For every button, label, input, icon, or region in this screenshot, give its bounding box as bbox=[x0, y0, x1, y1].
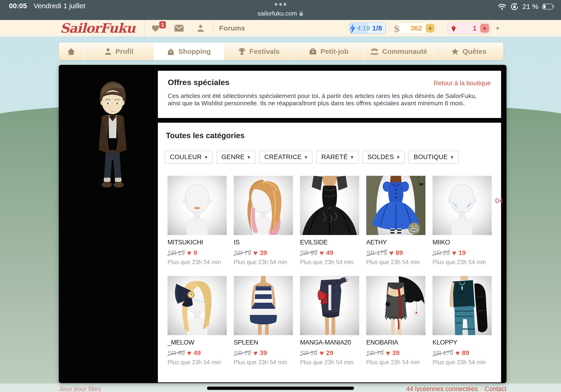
trophy-icon bbox=[238, 47, 246, 56]
item-thumbnail bbox=[432, 276, 492, 335]
tab-overview-dots-icon[interactable] bbox=[275, 3, 286, 6]
footer-left-link[interactable]: Jeux pour filles bbox=[59, 385, 101, 392]
item-name: IS bbox=[234, 239, 293, 246]
blue-alice-dress-art bbox=[366, 176, 425, 235]
notification-badge: 1 bbox=[159, 21, 166, 28]
nav-tab-quetes[interactable]: Quêtes bbox=[433, 43, 503, 60]
main-panel: Offres spéciales Retour à la boutique Ce… bbox=[59, 65, 507, 383]
gem-icon bbox=[449, 25, 458, 33]
connected-count-link[interactable]: 44 lycéennes connectées bbox=[406, 385, 478, 392]
site-header: SailorFuku 1 Forums 4:19 1/8 $ 362 + bbox=[0, 20, 561, 36]
filter-button-genre[interactable]: GENRE bbox=[216, 151, 256, 163]
forums-link[interactable]: Forums bbox=[216, 20, 248, 36]
ssl-lock-icon bbox=[299, 11, 303, 16]
nav-tab-communaute[interactable]: Communauté bbox=[363, 43, 433, 60]
item-thumbnail bbox=[300, 276, 359, 335]
home-indicator[interactable] bbox=[207, 387, 354, 390]
filter-button-boutique[interactable]: BOUTIQUE bbox=[409, 151, 459, 163]
item-thumbnail bbox=[234, 276, 293, 335]
filter-bar: COULEUR GENRE CRÉATRICE RARETÉ SOLDES BO… bbox=[165, 151, 459, 163]
coins-pill[interactable]: $ 362 + bbox=[395, 22, 436, 34]
item-card[interactable]: KLOPPY SR 179 89 Plus que 23h 54 min bbox=[432, 276, 492, 366]
teal-outfit-guitar-case-art bbox=[432, 276, 492, 335]
main-nav: Profil Shopping Festivals Petit-job bbox=[59, 43, 503, 60]
star-icon bbox=[451, 47, 459, 55]
filter-button-couleur[interactable]: COULEUR bbox=[165, 151, 213, 163]
contact-link[interactable]: Contact bbox=[485, 385, 507, 392]
item-name: AETHY bbox=[366, 239, 425, 246]
url-bar[interactable]: sailorfuku.com bbox=[258, 10, 303, 17]
heart-icon bbox=[320, 349, 324, 357]
offers-description: Ces articles ont été sélectionnés spécia… bbox=[168, 92, 491, 107]
blonde-hair-bow-art bbox=[168, 276, 227, 335]
app-logo[interactable]: SailorFuku bbox=[60, 21, 135, 36]
nav-tab-festivals[interactable]: Festivals bbox=[224, 43, 294, 60]
nav-tab-shopping[interactable]: Shopping bbox=[154, 43, 224, 60]
filter-label: CRÉATRICE bbox=[264, 153, 302, 161]
item-card[interactable]: EVILSIDE SR 99 49 Plus que 23h 54 min bbox=[300, 176, 359, 266]
item-card[interactable]: SPLEEN SR 79 39 Plus que 23h 54 min bbox=[234, 276, 293, 366]
item-old-price: SR 89 bbox=[168, 349, 185, 357]
filter-button-rarete[interactable]: RARETÉ bbox=[316, 151, 359, 163]
add-coins-button[interactable]: + bbox=[426, 24, 435, 33]
url-text: sailorfuku.com bbox=[258, 10, 297, 17]
add-gems-button[interactable]: + bbox=[480, 24, 489, 33]
item-thumbnail bbox=[168, 176, 227, 235]
account-caret-icon[interactable] bbox=[496, 20, 499, 36]
item-old-price: SR 29 bbox=[432, 249, 450, 257]
nav-tab-label: Petit-job bbox=[320, 47, 349, 55]
item-card[interactable]: IS SR 79 39 Plus que 23h 54 min bbox=[234, 176, 293, 266]
item-card[interactable]: MANGA-MANIA20 SR 59 29 Plus que 23h 54 m… bbox=[300, 276, 359, 366]
people-icon bbox=[370, 47, 379, 55]
item-name: _MELOW bbox=[168, 339, 227, 346]
item-name: MITSUKICHI bbox=[168, 239, 227, 246]
nav-tab-label: Communauté bbox=[382, 47, 427, 55]
filter-label: RARETÉ bbox=[321, 153, 348, 161]
back-to-shop-link[interactable]: Retour à la boutique bbox=[434, 80, 491, 87]
messages-button[interactable] bbox=[173, 20, 185, 36]
item-card[interactable]: MITSUKICHI SR 19 9 Plus que 23h 54 min bbox=[168, 176, 227, 266]
footer-right-links: 44 lycéennes connectées · Contact bbox=[406, 385, 507, 392]
filter-button-creatrice[interactable]: CRÉATRICE bbox=[259, 151, 313, 163]
energy-pill[interactable]: 4:19 1/8 bbox=[349, 22, 386, 34]
nav-tab-home[interactable] bbox=[59, 43, 84, 60]
gems-pill[interactable]: 1 + bbox=[448, 22, 491, 34]
item-old-price: SR 19 bbox=[168, 249, 185, 257]
item-card[interactable]: ENOBARIA SR 79 39 Plus que 23h 54 min bbox=[366, 276, 425, 366]
heart-icon bbox=[320, 249, 324, 257]
heart-icon bbox=[389, 249, 393, 257]
energy-bolt-icon bbox=[349, 23, 356, 34]
heart-icon bbox=[452, 249, 456, 257]
navy-striped-dress-art bbox=[234, 276, 293, 335]
nav-tab-profil[interactable]: Profil bbox=[84, 43, 154, 60]
heart-icon bbox=[187, 349, 191, 357]
profile-button[interactable] bbox=[195, 20, 206, 36]
person-icon bbox=[104, 47, 112, 55]
item-countdown: Plus que 23h 54 min bbox=[234, 359, 293, 366]
item-name: MANGA-MANIA20 bbox=[300, 339, 359, 346]
nav-tab-petit-job[interactable]: Petit-job bbox=[293, 43, 363, 60]
envelope-icon bbox=[174, 24, 184, 32]
item-card[interactable]: MIIKO SR 29 19 Plus que 23h 54 min bbox=[432, 176, 492, 266]
item-thumbnail bbox=[366, 276, 425, 335]
item-name: SPLEEN bbox=[234, 339, 293, 346]
item-countdown: Plus que 23h 54 min bbox=[168, 359, 227, 366]
item-countdown: Plus que 23h 54 min bbox=[366, 359, 425, 366]
item-price: 49 bbox=[194, 349, 201, 357]
categories-card: Toutes les catégories COULEUR GENRE CRÉA… bbox=[158, 123, 501, 382]
item-price: 39 bbox=[260, 249, 267, 257]
edge-note: 04 bbox=[495, 197, 503, 205]
status-time: 00:05 bbox=[9, 2, 27, 10]
page-title: Offres spéciales bbox=[168, 78, 229, 87]
item-card[interactable]: AETHY SR 179 89 Plus que 23h 54 min bbox=[366, 176, 425, 266]
player-avatar[interactable] bbox=[92, 79, 133, 190]
item-name: ENOBARIA bbox=[366, 339, 425, 346]
item-price: 19 bbox=[459, 249, 466, 257]
filter-button-soldes[interactable]: SOLDES bbox=[362, 151, 405, 163]
item-card[interactable]: _MELOW SR 89 49 Plus que 23h 54 min bbox=[168, 276, 227, 366]
item-price: 49 bbox=[326, 249, 333, 257]
heart-icon bbox=[187, 249, 191, 257]
nav-tab-label: Quêtes bbox=[463, 47, 486, 55]
bloody-dress-umbrella-art bbox=[366, 276, 425, 335]
filter-label: SOLDES bbox=[367, 153, 394, 161]
